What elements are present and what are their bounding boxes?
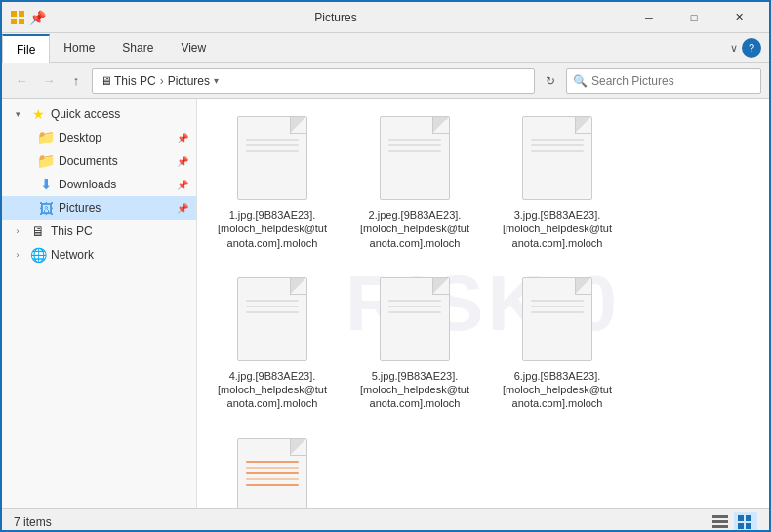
- maximize-button[interactable]: □: [671, 2, 716, 33]
- sidebar: ▾ ★ Quick access 📁 Desktop 📌 📁 Documents…: [2, 99, 197, 508]
- sidebar-item-desktop[interactable]: 📁 Desktop 📌: [2, 126, 196, 149]
- tab-share[interactable]: Share: [108, 33, 167, 62]
- documents-folder-icon: 📁: [37, 152, 55, 170]
- search-box[interactable]: 🔍: [566, 68, 761, 94]
- title-bar: 📌 Pictures ─ □ ✕: [2, 2, 769, 33]
- pictures-label: Pictures: [59, 201, 171, 215]
- svg-rect-0: [11, 11, 17, 17]
- status-count: 7: [14, 515, 20, 529]
- svg-rect-8: [746, 515, 751, 521]
- file-icon-4: [233, 277, 311, 365]
- file-name-1: 1.jpg.[9B83AE23].[moloch_helpdesk@tutano…: [215, 208, 330, 250]
- sidebar-section-quick-access: ▾ ★ Quick access 📁 Desktop 📌 📁 Documents…: [2, 102, 196, 220]
- this-pc-label: This PC: [51, 225, 188, 238]
- path-separator-1: ›: [160, 74, 164, 88]
- list-item[interactable]: 5.jpg.[9B83AE23].[moloch_helpdesk@tutano…: [351, 271, 478, 417]
- svg-rect-6: [712, 525, 728, 528]
- search-icon: 🔍: [573, 74, 588, 88]
- sidebar-section-this-pc: › 🖥 This PC: [2, 220, 196, 243]
- ribbon-chevron[interactable]: ∨: [730, 42, 738, 55]
- network-label: Network: [51, 248, 188, 262]
- file-name-3: 3.jpg.[9B83AE23].[moloch_helpdesk@tutano…: [500, 208, 615, 250]
- status-items-label: items: [23, 515, 52, 529]
- window-title: Pictures: [45, 11, 627, 24]
- tab-home[interactable]: Home: [50, 33, 108, 62]
- ribbon-right: ∨ ?: [730, 38, 769, 58]
- file-icon-6: [518, 277, 596, 365]
- documents-label: Documents: [59, 154, 171, 168]
- address-dropdown-arrow[interactable]: ▾: [214, 75, 219, 86]
- files-area: RISK 0 1.jpg.[9B83AE23].[moloch_helpdesk…: [197, 99, 769, 508]
- list-item[interactable]: 4.jpg.[9B83AE23].[moloch_helpdesk@tutano…: [209, 271, 336, 417]
- desktop-pin-icon: 📌: [177, 133, 188, 143]
- help-button[interactable]: ?: [742, 38, 761, 58]
- svg-rect-9: [738, 523, 744, 529]
- refresh-button[interactable]: ↻: [539, 69, 562, 93]
- svg-rect-1: [19, 11, 24, 17]
- downloads-pin-icon: 📌: [177, 180, 188, 190]
- list-item[interactable]: 2.jpeg.[9B83AE23].[moloch_helpdesk@tutan…: [351, 110, 478, 256]
- search-input[interactable]: [591, 74, 754, 88]
- pictures-pin-icon: 📌: [177, 203, 188, 214]
- ribbon: File Home Share View ∨ ?: [2, 33, 769, 63]
- svg-rect-3: [19, 19, 24, 24]
- sidebar-item-documents[interactable]: 📁 Documents 📌: [2, 149, 196, 173]
- pictures-folder-icon: 🖼: [37, 199, 55, 217]
- list-item[interactable]: 3.jpg.[9B83AE23].[moloch_helpdesk@tutano…: [494, 110, 621, 256]
- address-path[interactable]: 🖥 This PC › Pictures ▾: [92, 68, 535, 94]
- list-item[interactable]: 6.jpg.[9B83AE23].[moloch_helpdesk@tutano…: [494, 271, 621, 417]
- path-pictures: Pictures: [168, 74, 210, 88]
- file-icon-7: [233, 438, 311, 508]
- address-bar: ← → ↑ 🖥 This PC › Pictures ▾ ↻ 🔍: [2, 63, 769, 99]
- path-this-pc: 🖥 This PC: [101, 74, 156, 88]
- sidebar-item-quick-access[interactable]: ▾ ★ Quick access: [2, 102, 196, 126]
- file-icon-1: [233, 116, 311, 204]
- sidebar-item-network[interactable]: › 🌐 Network: [2, 243, 196, 266]
- this-pc-icon: 🖥: [29, 223, 47, 240]
- expand-this-pc[interactable]: ›: [10, 224, 25, 239]
- tab-file[interactable]: File: [2, 34, 50, 63]
- file-name-5: 5.jpg.[9B83AE23].[moloch_helpdesk@tutano…: [357, 369, 472, 411]
- expand-quick-access[interactable]: ▾: [10, 106, 25, 122]
- forward-button[interactable]: →: [37, 69, 61, 93]
- window-controls: ─ □ ✕: [627, 2, 761, 33]
- sidebar-item-downloads[interactable]: ⬇ Downloads 📌: [2, 173, 196, 196]
- file-icon-5: [376, 277, 454, 365]
- large-icons-view-button[interactable]: [734, 512, 757, 533]
- svg-rect-2: [11, 19, 17, 24]
- list-item[interactable]: readme-warning.txt: [209, 432, 336, 508]
- window-icon: [10, 10, 25, 25]
- desktop-folder-icon: 📁: [37, 129, 55, 146]
- downloads-folder-icon: ⬇: [37, 176, 55, 193]
- network-icon: 🌐: [29, 246, 47, 264]
- list-view-button[interactable]: [709, 512, 732, 533]
- documents-pin-icon: 📌: [177, 156, 188, 167]
- ribbon-tabs: File Home Share View ∨ ?: [2, 33, 769, 62]
- back-button[interactable]: ←: [10, 69, 33, 93]
- downloads-label: Downloads: [59, 178, 171, 191]
- svg-rect-10: [746, 523, 751, 529]
- quick-access-icon: 📌: [29, 10, 45, 25]
- sidebar-section-network: › 🌐 Network: [2, 243, 196, 266]
- main-content: ▾ ★ Quick access 📁 Desktop 📌 📁 Documents…: [2, 99, 769, 508]
- svg-rect-7: [738, 515, 744, 521]
- file-icon-2: [376, 116, 454, 204]
- close-button[interactable]: ✕: [716, 2, 761, 33]
- minimize-button[interactable]: ─: [627, 2, 671, 33]
- sidebar-item-pictures[interactable]: 🖼 Pictures 📌: [2, 196, 196, 220]
- up-button[interactable]: ↑: [64, 69, 88, 93]
- expand-network[interactable]: ›: [10, 247, 25, 263]
- sidebar-item-this-pc[interactable]: › 🖥 This PC: [2, 220, 196, 243]
- tab-view[interactable]: View: [167, 33, 220, 62]
- file-name-2: 2.jpeg.[9B83AE23].[moloch_helpdesk@tutan…: [357, 208, 472, 250]
- list-item[interactable]: 1.jpg.[9B83AE23].[moloch_helpdesk@tutano…: [209, 110, 336, 256]
- file-name-4: 4.jpg.[9B83AE23].[moloch_helpdesk@tutano…: [215, 369, 330, 411]
- quick-access-star-icon: ★: [29, 105, 47, 123]
- file-name-6: 6.jpg.[9B83AE23].[moloch_helpdesk@tutano…: [500, 369, 615, 411]
- status-bar: 7 items: [2, 508, 769, 532]
- view-toggle: [709, 512, 757, 533]
- files-grid: 1.jpg.[9B83AE23].[moloch_helpdesk@tutano…: [209, 110, 757, 508]
- file-icon-3: [518, 116, 596, 204]
- svg-rect-5: [712, 520, 728, 523]
- desktop-label: Desktop: [59, 131, 171, 144]
